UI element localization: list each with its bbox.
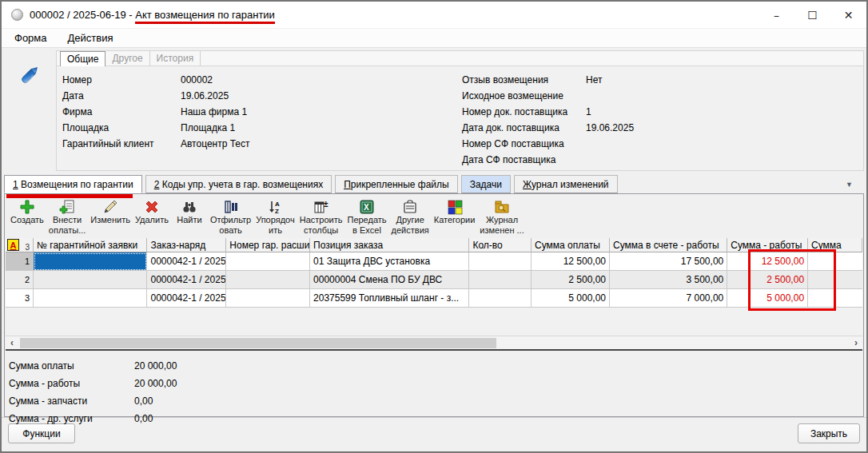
tab-drugoe[interactable]: Другое bbox=[106, 51, 149, 66]
cell-sum[interactable] bbox=[808, 271, 862, 289]
cell-request[interactable] bbox=[34, 289, 147, 308]
binoculars-icon bbox=[181, 198, 197, 215]
filter-button[interactable]: Отфильтровать bbox=[208, 197, 253, 237]
cell-payment[interactable]: 5 000,00 bbox=[532, 289, 610, 308]
cell-qty[interactable] bbox=[469, 289, 532, 308]
field-value-nomer: 000002 bbox=[181, 74, 213, 85]
menu-deystviya[interactable]: Действия bbox=[68, 32, 113, 44]
general-form: Общие Другое История Номер000002 Дата19.… bbox=[56, 50, 864, 171]
total-value-parts: 0,00 bbox=[134, 395, 153, 407]
cell-position[interactable]: 00000004 Смена ПО БУ ДВС bbox=[310, 271, 469, 289]
cell-invoice-works[interactable]: 17 500,00 bbox=[610, 252, 727, 271]
close-icon[interactable]: ✕ bbox=[830, 2, 866, 28]
svg-text:Z: Z bbox=[275, 208, 279, 215]
cell-invoice-works[interactable]: 3 500,00 bbox=[610, 271, 727, 289]
cell-sum[interactable] bbox=[808, 252, 862, 271]
add-payment-button[interactable]: Внестиоплаты... bbox=[46, 197, 88, 237]
cell-position[interactable]: 01 Защита ДВС установка bbox=[310, 252, 469, 271]
svg-text:±: ± bbox=[324, 200, 328, 209]
total-value-works: 20 000,00 bbox=[134, 378, 177, 389]
tab-vozmeshcheniya[interactable]: 1 Возмещения по гарантии bbox=[4, 175, 142, 193]
row-number[interactable]: 2 bbox=[6, 271, 34, 289]
cell-works[interactable]: 5 000,00 bbox=[727, 289, 808, 308]
cell-works[interactable]: 12 500,00 bbox=[727, 252, 808, 271]
delete-button[interactable]: Удалить bbox=[133, 197, 171, 237]
window-controls: – ☐ ✕ bbox=[759, 2, 866, 28]
field-label-otzyv: Отзыв возмещения bbox=[462, 74, 586, 85]
add-payment-icon bbox=[59, 198, 75, 215]
menu-forma[interactable]: Форма bbox=[14, 32, 47, 44]
cell-invoice-works[interactable]: 7 000,00 bbox=[610, 289, 727, 308]
cell-position[interactable]: 20375599 Топливный шланг - з... bbox=[310, 289, 469, 308]
column-header-invoice-works[interactable]: Сумма в счете - работы bbox=[610, 238, 727, 252]
sort-button[interactable]: AZ Упорядочить bbox=[253, 197, 297, 237]
menubar: Форма Действия bbox=[2, 29, 866, 48]
cell-order[interactable]: 0000042-1 / 2025... bbox=[147, 271, 226, 289]
column-header-request[interactable]: № гарантийной заявки bbox=[34, 238, 147, 252]
cell-qty[interactable] bbox=[469, 252, 532, 271]
cell-ext[interactable] bbox=[226, 252, 310, 271]
cell-payment[interactable]: 12 500,00 bbox=[532, 252, 610, 271]
table-row: 2 0000042-1 / 2025... 00000004 Смена ПО … bbox=[6, 271, 862, 289]
tab-overflow-arrow-icon[interactable]: ▼ bbox=[846, 181, 853, 189]
find-button[interactable]: Найти bbox=[171, 197, 208, 237]
configure-columns-button[interactable]: ± Настроитьстолбцы bbox=[297, 197, 345, 237]
maximize-button[interactable]: ☐ bbox=[794, 2, 830, 28]
scrollbar-thumb[interactable] bbox=[20, 338, 496, 348]
field-value-data: 19.06.2025 bbox=[181, 90, 229, 101]
tab-zadachi[interactable]: Задачи bbox=[461, 175, 511, 193]
total-label-parts: Сумма - запчасти bbox=[9, 395, 134, 407]
change-log-button[interactable]: Журнализменен ... bbox=[477, 197, 526, 237]
column-header-order[interactable]: Заказ-наряд bbox=[147, 238, 226, 252]
selected-cell[interactable] bbox=[34, 252, 147, 271]
row-number[interactable]: 3 bbox=[6, 289, 34, 308]
export-excel-button[interactable]: X Передатьв Excel bbox=[344, 197, 388, 237]
cell-ext[interactable] bbox=[226, 271, 310, 289]
create-button[interactable]: Создать bbox=[8, 197, 46, 237]
close-button[interactable]: Закрыть bbox=[798, 423, 860, 443]
grid-header-row: A 3 № гарантийной заявки Заказ-наряд Ном… bbox=[6, 238, 862, 252]
tab-obshchie[interactable]: Общие bbox=[60, 51, 106, 66]
tab-zhurnal-izmeneniy[interactable]: Журнал изменений bbox=[514, 175, 618, 193]
cell-sum[interactable] bbox=[808, 289, 862, 308]
field-value-nomer-dok: 1 bbox=[586, 106, 591, 117]
column-header-ext[interactable]: Номер гар. расши... bbox=[226, 238, 310, 252]
delete-icon bbox=[144, 198, 160, 215]
minimize-button[interactable]: – bbox=[759, 2, 794, 28]
cell-ext[interactable] bbox=[226, 289, 310, 308]
total-value-other-services: 0,00 bbox=[134, 413, 153, 424]
total-label-works: Сумма - работы bbox=[9, 378, 134, 389]
column-header-sum[interactable]: Сумма bbox=[808, 238, 862, 252]
column-header-works[interactable]: Сумма - работы bbox=[727, 238, 808, 252]
tab-istoriya[interactable]: История bbox=[150, 51, 201, 66]
cell-payment[interactable]: 2 500,00 bbox=[532, 271, 610, 289]
total-label-payment: Сумма оплаты bbox=[9, 360, 134, 372]
categories-button[interactable]: Категории bbox=[432, 197, 478, 237]
field-label-data-dok: Дата док. поставщика bbox=[462, 122, 586, 133]
field-label-data-sf: Дата СФ поставщика bbox=[462, 154, 586, 165]
scroll-left-icon[interactable]: ‹ bbox=[6, 336, 18, 350]
column-header-qty[interactable]: Кол-во bbox=[469, 238, 532, 252]
row-number[interactable]: 1 bbox=[6, 252, 34, 271]
document-window: 000002 / 2025-06-19 - Акт возмещения по … bbox=[0, 0, 868, 453]
tab-kody-ucheta[interactable]: 2 Коды упр. учета в гар. возмещениях bbox=[145, 175, 332, 193]
horizontal-scrollbar[interactable]: ‹ › bbox=[6, 336, 862, 349]
cell-order[interactable]: 0000042-1 / 2025... bbox=[147, 252, 226, 271]
cell-qty[interactable] bbox=[469, 271, 532, 289]
cell-request[interactable] bbox=[34, 271, 147, 289]
column-header-position[interactable]: Позиция заказа bbox=[310, 238, 469, 252]
table-row: 1 0000042-1 / 2025... 01 Защита ДВС уста… bbox=[6, 252, 862, 271]
detail-tabstrip: 1 Возмещения по гарантии 2 Коды упр. уче… bbox=[4, 175, 864, 193]
edit-button[interactable]: Изменить bbox=[88, 197, 133, 237]
table-settings-icon[interactable]: A bbox=[7, 239, 19, 251]
form-fields-right: Отзыв возмещенияНет Исходное возмещение … bbox=[462, 72, 634, 168]
journal-icon bbox=[494, 198, 510, 215]
other-actions-button[interactable]: Другиедействия bbox=[389, 197, 432, 237]
pen-icon bbox=[15, 59, 46, 89]
column-header-payment[interactable]: Сумма оплаты bbox=[532, 238, 610, 252]
cell-order[interactable]: 0000042-1 / 2025... bbox=[147, 289, 226, 308]
cell-works[interactable]: 2 500,00 bbox=[727, 271, 808, 289]
svg-text:A: A bbox=[275, 201, 280, 208]
tab-prikreplennye-fayly[interactable]: Прикрепленные файлы bbox=[335, 175, 458, 193]
scroll-right-icon[interactable]: › bbox=[850, 336, 862, 350]
